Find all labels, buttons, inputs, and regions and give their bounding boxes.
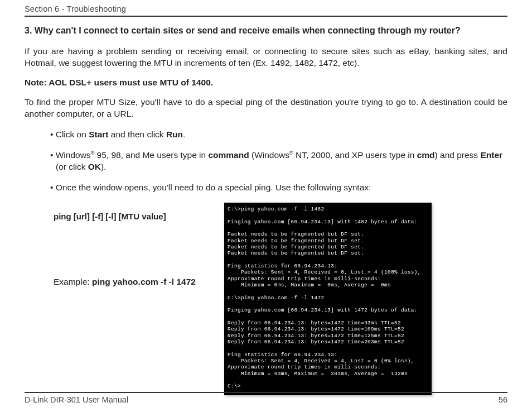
- footer-title: D-Link DIR-301 User Manual: [25, 395, 128, 404]
- ping-syntax: ping [url] [-f] [-l] [MTU value]: [54, 212, 224, 221]
- section-header: Section 6 - Troubleshooting: [25, 4, 507, 16]
- text: Windows: [56, 150, 91, 160]
- bullet-1: Click on Start and then click Run.: [50, 129, 507, 141]
- example-label: Example:: [54, 277, 92, 286]
- terminal-output: C:\>ping yahoo.com -f -l 1482 Pinging ya…: [224, 203, 432, 395]
- bullet-list: Click on Start and then click Run. Windo…: [50, 129, 507, 194]
- bold: command: [208, 150, 249, 160]
- registered-icon: ®: [289, 150, 293, 156]
- mtu-paragraph: To find the proper MTU Size, you'll have…: [25, 97, 507, 120]
- text: .: [183, 130, 185, 139]
- text: (or click: [56, 162, 88, 171]
- divider-top: [25, 16, 507, 17]
- text: and then click: [109, 130, 166, 139]
- bold: Enter: [480, 150, 502, 160]
- text: ).: [101, 162, 106, 171]
- note-line: Note: AOL DSL+ users must use MTU of 140…: [25, 78, 507, 88]
- text: NT, 2000, and XP users type in: [293, 150, 417, 160]
- bullet-3: Once the window opens, you'll need to do…: [50, 182, 507, 194]
- intro-paragraph: If you are having a problem sending or r…: [25, 46, 507, 69]
- text: (Windows: [249, 150, 289, 160]
- bold: Start: [89, 130, 108, 139]
- page-number: 56: [499, 395, 507, 404]
- bullet-2: Windows® 95, 98, and Me users type in co…: [50, 150, 507, 173]
- divider-bottom: [25, 392, 507, 393]
- ping-example: Example: ping yahoo.com -f -l 1472: [54, 277, 224, 287]
- text: Click on: [56, 130, 89, 139]
- example-command: ping yahoo.com -f -l 1472: [92, 277, 196, 286]
- bold: OK: [88, 162, 101, 171]
- text: ) and press: [435, 150, 481, 160]
- bold: cmd: [417, 150, 435, 160]
- faq-question: 3. Why can't I connect to certain sites …: [25, 25, 507, 37]
- bold: Run: [166, 130, 183, 139]
- text: 95, 98, and Me users type in: [94, 150, 208, 160]
